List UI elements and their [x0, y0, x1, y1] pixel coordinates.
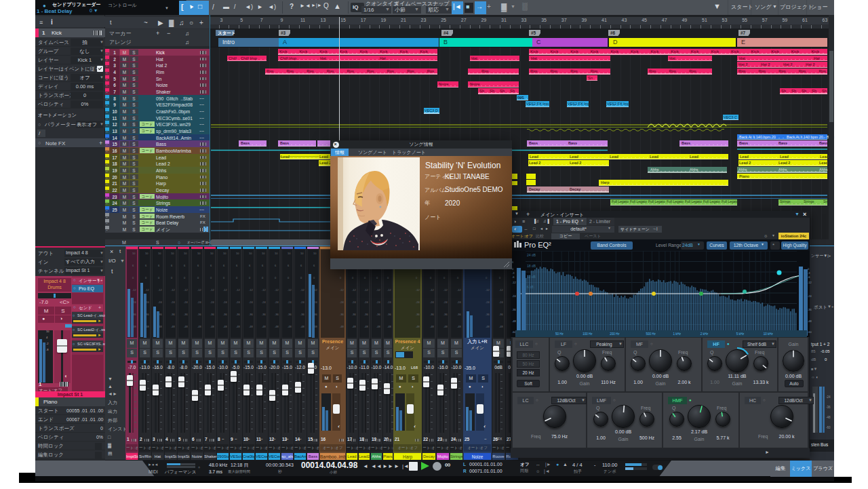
svg-text:12 dB: 12 dB	[527, 275, 536, 279]
svg-text:24 dB: 24 dB	[527, 253, 536, 257]
svg-text:6 dB: 6 dB	[527, 285, 534, 289]
svg-text:18 dB: 18 dB	[527, 264, 536, 268]
